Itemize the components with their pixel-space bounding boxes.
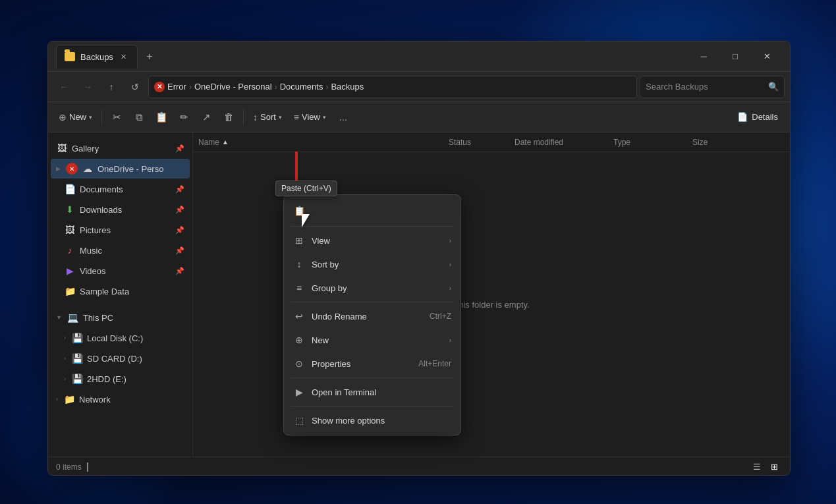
cm-item-group-by[interactable]: ≡ Group by › [287, 276, 458, 300]
sort-arrow-icon: ▲ [222, 138, 229, 146]
col-header-size[interactable]: Size [692, 138, 745, 147]
breadcrumb-backups[interactable]: Backups [331, 82, 364, 92]
pin-icon: 📌 [175, 144, 184, 153]
bc-sep-2: › [275, 82, 277, 92]
cm-group-arrow: › [449, 285, 451, 292]
network-icon: 📁 [63, 393, 75, 405]
cm-item-view[interactable]: ⊞ View › [287, 229, 458, 252]
cm-group-label: Group by [312, 283, 347, 293]
file-content: This folder is empty. [193, 152, 790, 457]
sidebar-item-sample-data[interactable]: 📁 Sample Data [51, 281, 190, 301]
cm-item-terminal[interactable]: ▶ Open in Terminal [287, 380, 458, 404]
paste-button[interactable]: 📋 [151, 107, 172, 128]
sidebar-item-2hdd[interactable]: › 💾 2HDD (E:) [51, 369, 190, 389]
forward-button[interactable]: → [77, 76, 98, 98]
sidebar-item-documents[interactable]: 📄 Documents 📌 [51, 179, 190, 199]
cm-item-sort-by[interactable]: ↕ Sort by › [287, 252, 458, 276]
cut-button[interactable]: ✂ [106, 107, 127, 128]
file-area: Name ▲ Status Date modified Type Size Th [193, 132, 790, 457]
cm-view-arrow: › [449, 237, 451, 244]
tab-label: Backups [80, 52, 113, 62]
sort-button[interactable]: ↕ Sort ▾ [248, 107, 287, 128]
cm-item-show-more[interactable]: ⬚ Show more options [287, 408, 458, 432]
sidebar-item-network[interactable]: › 📁 Network [51, 389, 190, 409]
cm-paste-row[interactable]: 📋 [287, 198, 458, 224]
chevron-icon: ▶ [56, 165, 61, 172]
cm-properties-icon: ⊙ [293, 358, 305, 370]
details-button[interactable]: 📄 Details [731, 107, 785, 128]
up-button[interactable]: ↑ [101, 76, 122, 98]
thispc-chevron: ▼ [56, 314, 62, 321]
breadcrumb-documents[interactable]: Documents [280, 82, 323, 92]
sidebar-item-gallery[interactable]: 🖼 Gallery 📌 [51, 138, 190, 158]
sidebar-item-local-c[interactable]: › 💾 Local Disk (C:) [51, 328, 190, 348]
cm-properties-shortcut: Alt+Enter [418, 359, 451, 368]
cm-show-more-label: Show more options [312, 416, 385, 426]
sidebar-item-downloads[interactable]: ⬇ Downloads 📌 [51, 200, 190, 219]
pin-icon-downloads: 📌 [175, 206, 184, 214]
grid-view-button[interactable]: ⊞ [766, 459, 782, 475]
sidebar-item-sd-card[interactable]: › 💾 SD CARD (D:) [51, 349, 190, 368]
search-box[interactable]: Search Backups 🔍 [640, 76, 785, 98]
sidebar-item-videos[interactable]: ▶ Videos 📌 [51, 261, 190, 281]
cm-item-undo-rename[interactable]: ↩ Undo Rename Ctrl+Z [287, 304, 458, 328]
cm-view-label: View [312, 236, 330, 246]
gallery-icon: 🖼 [56, 142, 68, 154]
cm-item-new[interactable]: ⊕ New › [287, 328, 458, 352]
tab-close-button[interactable]: ✕ [119, 51, 129, 62]
col-header-date[interactable]: Date modified [515, 138, 613, 147]
network-chevron: › [56, 396, 58, 403]
sidebar-thispc-label: This PC [83, 313, 113, 323]
cm-item-properties[interactable]: ⊙ Properties Alt+Enter [287, 352, 458, 376]
sidebar-onedrive-label: OneDrive - Perso [98, 164, 163, 174]
sidebar-sample-label: Sample Data [80, 287, 129, 296]
sidebar-item-onedrive[interactable]: ▶ ✕ ☁ OneDrive - Perso [51, 159, 190, 179]
sidebar-item-pictures[interactable]: 🖼 Pictures 📌 [51, 220, 190, 240]
new-icon: ⊕ [59, 112, 67, 123]
active-tab[interactable]: Backups ✕ [56, 45, 138, 69]
title-bar: Backups ✕ + ─ □ ✕ [48, 42, 790, 72]
cm-sep-3 [291, 406, 454, 406]
sidebar-sd-card-label: SD CARD (D:) [87, 354, 142, 364]
bc-sep-1: › [189, 82, 192, 92]
sidebar-item-thispc[interactable]: ▼ 💻 This PC [51, 308, 190, 327]
list-view-button[interactable]: ☰ [749, 459, 765, 475]
back-button[interactable]: ← [53, 76, 74, 98]
2hdd-chevron: › [64, 376, 66, 382]
sort-icon: ↕ [253, 112, 258, 123]
rename-button[interactable]: ✏ [173, 107, 194, 128]
breadcrumb-error[interactable]: Error [167, 82, 186, 92]
more-button[interactable]: ... [333, 107, 354, 128]
delete-button[interactable]: 🗑 [218, 107, 239, 128]
breadcrumb[interactable]: ✕ Error › OneDrive - Personal › Document… [148, 76, 637, 98]
cm-paste-icon: 📋 [293, 205, 305, 217]
copy-button[interactable]: ⧉ [128, 107, 150, 128]
view-button[interactable]: ≡ View ▾ [289, 107, 331, 128]
col-header-name[interactable]: Name ▲ [198, 138, 449, 147]
new-tab-button[interactable]: + [140, 47, 159, 66]
minimize-button[interactable]: ─ [688, 46, 719, 67]
refresh-button[interactable]: ↺ [125, 76, 146, 98]
close-button[interactable]: ✕ [752, 46, 782, 67]
view-icon: ≡ [294, 112, 299, 123]
share-button[interactable]: ↗ [196, 107, 217, 128]
cm-sort-label: Sort by [312, 260, 339, 269]
cm-terminal-icon: ▶ [293, 386, 305, 398]
pin-icon-videos: 📌 [175, 267, 184, 275]
cm-sort-arrow: › [449, 261, 451, 268]
sidebar-downloads-label: Downloads [80, 205, 122, 215]
col-header-type[interactable]: Type [613, 138, 692, 147]
window-controls: ─ □ ✕ [688, 46, 782, 67]
status-cursor [87, 462, 88, 472]
new-button[interactable]: ⊕ New ▾ [53, 107, 98, 128]
col-header-status[interactable]: Status [449, 138, 515, 147]
local-c-icon: 💾 [71, 332, 83, 344]
maximize-button[interactable]: □ [720, 46, 750, 67]
cm-undo-icon: ↩ [293, 310, 305, 322]
breadcrumb-onedrive[interactable]: OneDrive - Personal [194, 82, 272, 92]
sidebar-item-music[interactable]: ♪ Music 📌 [51, 240, 190, 260]
pin-icon-music: 📌 [175, 246, 184, 255]
sidebar-pictures-label: Pictures [80, 225, 111, 235]
cm-sort-icon: ↕ [293, 258, 305, 270]
new-chevron: ▾ [89, 114, 92, 121]
